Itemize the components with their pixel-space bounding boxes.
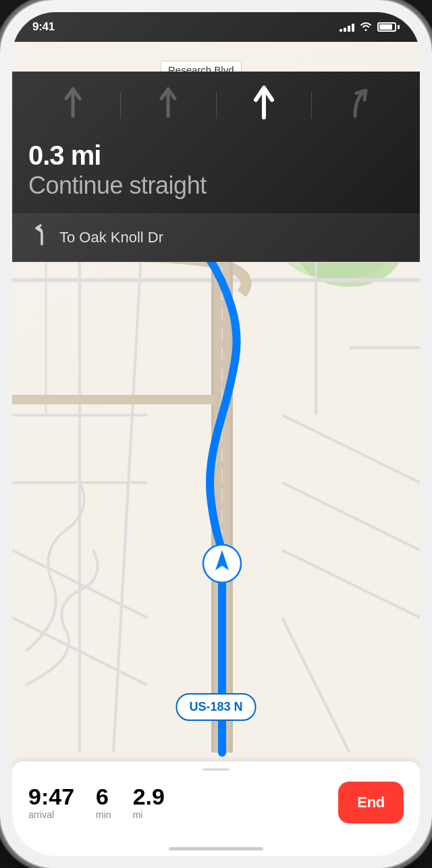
lane-arrow-4 [342,84,377,127]
sub-instruction: To Oak Knoll Dr [12,213,420,262]
signal-bar-1 [340,29,342,32]
lane-arrow-2 [151,84,186,127]
distance-label: mi [133,809,143,820]
distance-value: 2.9 [133,785,165,808]
svg-rect-23 [12,395,215,404]
duration-label: min [96,809,111,820]
lane-1 [26,84,120,127]
arrival-time-item: 9:47 arrival [28,785,74,820]
duration-value: 6 [96,785,109,808]
wifi-icon [360,22,372,33]
duration-item: 6 min [96,785,111,820]
signal-bars-icon [340,22,354,32]
lane-4 [312,84,406,127]
current-road-label: US-183 N [176,693,256,721]
distance-text: 0.3 mi [28,142,404,169]
arrival-label: arrival [28,809,54,820]
lane-3 [217,84,311,127]
phone-frame: 9:41 [0,0,432,868]
bottom-panel: 9:47 arrival 6 min 2.9 mi End [12,761,420,856]
turn-left-icon [28,224,49,248]
notch [162,12,270,32]
instruction-block: 0.3 mi Continue straight [12,136,420,213]
nav-header: 0.3 mi Continue straight To Oak Knoll Dr [12,72,420,262]
lane-indicators [12,72,420,136]
signal-bar-2 [344,28,346,32]
signal-bar-3 [348,26,350,32]
bottom-content: 9:47 arrival 6 min 2.9 mi End [12,771,420,823]
sub-instruction-text: To Oak Knoll Dr [59,229,163,246]
battery-icon [377,22,400,32]
sub-arrow-icon [28,224,49,251]
lane-2 [121,84,215,127]
lane-arrow-1 [55,84,90,127]
arrival-time-value: 9:47 [28,785,74,808]
home-indicator [169,847,263,850]
end-navigation-button[interactable]: End [338,782,404,823]
status-icons [340,22,400,33]
lane-arrow-3-active [246,84,281,127]
phone-screen: 9:41 [12,12,420,856]
distance-item: 2.9 mi [133,785,165,820]
instruction-text: Continue straight [28,171,404,200]
signal-bar-4 [352,24,354,32]
status-time: 9:41 [32,20,55,34]
